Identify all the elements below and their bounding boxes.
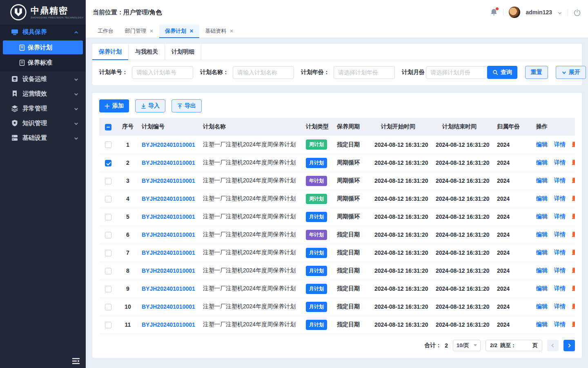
plan-code-link[interactable]: BYJH202401010001 xyxy=(142,267,195,274)
plan-code-link[interactable]: BYJH202401010001 xyxy=(142,195,195,202)
plan-end-time: 2024-08-12 16:31:20 xyxy=(432,244,494,262)
plan-code-link[interactable]: BYJH202401010001 xyxy=(142,231,195,238)
search-button[interactable]: 查询 xyxy=(487,66,517,79)
page-size-select[interactable]: 10/页 xyxy=(453,340,481,351)
expand-button[interactable]: 展开 xyxy=(556,66,586,79)
plan-code-link[interactable]: BYJH202401010001 xyxy=(142,159,195,166)
export-button[interactable]: 导出 xyxy=(172,99,202,112)
subtab-related-to-me[interactable]: 与我相关 xyxy=(129,44,165,60)
tab-basic-data[interactable]: 基础资料 ✕ xyxy=(199,25,239,38)
plan-month-input[interactable] xyxy=(426,66,487,79)
row-checkbox[interactable] xyxy=(105,160,111,166)
plan-year-input[interactable] xyxy=(334,66,395,79)
sidebar-group-operation-performance[interactable]: 运营绩效 xyxy=(0,86,86,101)
prev-page-button[interactable] xyxy=(547,340,559,351)
edit-link[interactable]: 编辑 xyxy=(536,141,548,148)
add-button[interactable]: 添加 xyxy=(99,99,129,112)
sidebar-item-maintenance-standard[interactable]: 保养标准 xyxy=(3,56,83,70)
detail-link[interactable]: 详情 xyxy=(554,321,566,328)
plan-no-input[interactable] xyxy=(132,66,193,79)
tab-maintenance-plan[interactable]: 保养计划 ✕ xyxy=(159,25,199,38)
select-all-checkbox[interactable] xyxy=(105,124,111,130)
edit-link[interactable]: 编辑 xyxy=(536,249,548,256)
delete-link[interactable]: 删除 xyxy=(572,249,575,256)
detail-link[interactable]: 详情 xyxy=(554,177,566,184)
detail-link[interactable]: 详情 xyxy=(554,159,566,166)
sidebar-collapse-icon[interactable] xyxy=(72,358,80,364)
jump-page-input[interactable] xyxy=(519,341,530,350)
next-page-button[interactable] xyxy=(564,340,575,351)
delete-link[interactable]: 删除 xyxy=(572,141,575,148)
filter-row: 计划单号： 计划名称： 计划年份： 计划月份 xyxy=(92,60,582,85)
close-icon[interactable]: ✕ xyxy=(229,29,234,34)
sidebar-group-basic-settings[interactable]: 基础设置 xyxy=(0,130,86,145)
plan-year: 2024 xyxy=(494,316,533,334)
row-checkbox[interactable] xyxy=(105,268,111,274)
edit-link[interactable]: 编辑 xyxy=(536,303,548,310)
logout-power-icon[interactable] xyxy=(573,9,581,16)
edit-link[interactable]: 编辑 xyxy=(536,285,548,292)
plan-type-badge: 月计划 xyxy=(306,302,327,312)
detail-link[interactable]: 详情 xyxy=(554,195,566,202)
edit-link[interactable]: 编辑 xyxy=(536,321,548,328)
plan-code-link[interactable]: BYJH202401010001 xyxy=(142,321,195,328)
row-checkbox[interactable] xyxy=(105,178,111,184)
row-checkbox[interactable] xyxy=(105,250,111,256)
plan-name-input[interactable] xyxy=(233,66,294,79)
plan-code-link[interactable]: BYJH202401010001 xyxy=(142,303,195,310)
sidebar-group-mold-maintenance[interactable]: 模具保养 xyxy=(0,25,86,39)
username[interactable]: admin123 xyxy=(526,9,552,16)
row-checkbox[interactable] xyxy=(105,304,111,310)
edit-link[interactable]: 编辑 xyxy=(536,177,548,184)
row-checkbox[interactable] xyxy=(105,214,111,220)
subtab-maintenance-plan[interactable]: 保养计划 xyxy=(92,44,129,60)
plan-code-link[interactable]: BYJH202401010001 xyxy=(142,285,195,292)
delete-link[interactable]: 删除 xyxy=(572,177,575,184)
close-icon[interactable]: ✕ xyxy=(149,29,154,34)
delete-link[interactable]: 删除 xyxy=(572,303,575,310)
import-button[interactable]: 导入 xyxy=(135,99,165,112)
edit-link[interactable]: 编辑 xyxy=(536,213,548,220)
edit-link[interactable]: 编辑 xyxy=(536,231,548,238)
detail-link[interactable]: 详情 xyxy=(554,285,566,292)
row-checkbox[interactable] xyxy=(105,322,111,328)
plan-code-link[interactable]: BYJH202401010001 xyxy=(142,141,195,148)
reset-button[interactable]: 重置 xyxy=(525,66,548,79)
delete-link[interactable]: 删除 xyxy=(572,195,575,202)
delete-link[interactable]: 删除 xyxy=(572,231,575,238)
table-row: 10 BYJH202401010001 注塑一厂注塑机2024年度周保养计划 月… xyxy=(99,298,575,316)
plan-code-link[interactable]: BYJH202401010001 xyxy=(142,177,195,184)
edit-link[interactable]: 编辑 xyxy=(536,159,548,166)
row-checkbox[interactable] xyxy=(105,141,111,148)
subtab-plan-detail[interactable]: 计划明细 xyxy=(165,44,201,60)
sidebar-group-equipment-ops[interactable]: 设备运维 xyxy=(0,72,86,86)
detail-link[interactable]: 详情 xyxy=(554,267,566,274)
detail-link[interactable]: 详情 xyxy=(554,231,566,238)
notification-bell-icon[interactable] xyxy=(490,8,498,16)
edit-link[interactable]: 编辑 xyxy=(536,195,548,202)
tab-department-management[interactable]: 部门管理 ✕ xyxy=(119,25,159,38)
avatar[interactable] xyxy=(509,7,520,18)
sidebar-group-knowledge-management[interactable]: 知识管理 xyxy=(0,116,86,130)
sidebar-group-exception-management[interactable]: 异常管理 xyxy=(0,101,86,116)
delete-link[interactable]: 删除 xyxy=(572,159,575,166)
plan-code-link[interactable]: BYJH202401010001 xyxy=(142,249,195,256)
row-checkbox[interactable] xyxy=(105,232,111,238)
delete-link[interactable]: 删除 xyxy=(572,267,575,274)
delete-link[interactable]: 删除 xyxy=(572,285,575,292)
sidebar-item-maintenance-plan[interactable]: 保养计划 xyxy=(3,40,83,54)
detail-link[interactable]: 详情 xyxy=(554,213,566,220)
plan-code-link[interactable]: BYJH202401010001 xyxy=(142,213,195,220)
close-icon[interactable]: ✕ xyxy=(189,29,194,34)
edit-link[interactable]: 编辑 xyxy=(536,267,548,274)
delete-link[interactable]: 删除 xyxy=(572,321,575,328)
row-checkbox[interactable] xyxy=(105,196,111,202)
detail-link[interactable]: 详情 xyxy=(554,249,566,256)
detail-link[interactable]: 详情 xyxy=(554,303,566,310)
row-checkbox[interactable] xyxy=(105,286,111,292)
chevron-down-icon[interactable] xyxy=(557,10,562,15)
sidebar-group-block-mold-maintenance: 模具保养 保养计划 保养标准 xyxy=(0,25,86,72)
tab-workbench[interactable]: 工作台 xyxy=(92,25,119,38)
detail-link[interactable]: 详情 xyxy=(554,141,566,148)
delete-link[interactable]: 删除 xyxy=(572,213,575,220)
